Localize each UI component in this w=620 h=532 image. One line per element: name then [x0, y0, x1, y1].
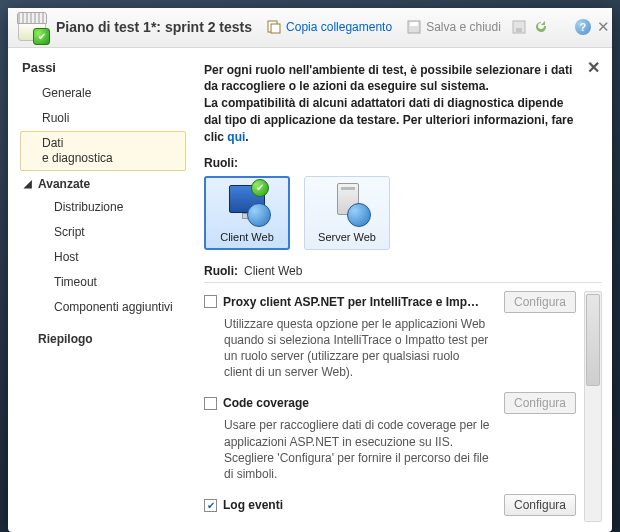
more-info-link[interactable]: qui: [227, 130, 245, 144]
save-close-icon: [406, 19, 422, 35]
refresh-icon-button[interactable]: [533, 19, 549, 35]
sidebar-subgroup-avanzate: Distribuzione Script Host Timeout Compon…: [20, 195, 186, 320]
adapter-left: Code coverage: [204, 396, 496, 410]
dialog-window: Piano di test 1*: sprint 2 tests Copia c…: [8, 8, 612, 532]
sidebar-item-script[interactable]: Script: [20, 220, 186, 245]
vertical-scrollbar[interactable]: [584, 291, 602, 522]
adapter-checkbox[interactable]: ✔: [204, 499, 217, 512]
save-icon-button[interactable]: [511, 19, 527, 35]
adapter-checkbox[interactable]: [204, 295, 217, 308]
adapter-title: Proxy client ASP.NET per IntelliTrace e …: [223, 295, 496, 309]
adapter-item: Code coverageConfiguraUsare per raccogli…: [204, 392, 576, 482]
adapter-description: Utilizzare questa opzione per acquisire …: [224, 519, 576, 522]
configure-button: Configura: [504, 291, 576, 313]
sidebar-item-distribuzione[interactable]: Distribuzione: [20, 195, 186, 220]
sidebar-item-riepilogo[interactable]: Riepilogo: [20, 326, 186, 350]
sidebar-item-componenti[interactable]: Componenti aggiuntivi: [20, 295, 186, 320]
window-close-button[interactable]: ✕: [597, 19, 610, 35]
adapter-list: Proxy client ASP.NET per IntelliTrace e …: [204, 291, 580, 522]
sidebar-heading: Passi: [20, 60, 186, 75]
configure-button: Configura: [504, 392, 576, 414]
copy-link-icon: [266, 19, 282, 35]
copy-link-button[interactable]: Copia collegamento: [262, 17, 396, 37]
svg-rect-5: [516, 28, 522, 32]
help-icon: ?: [575, 19, 591, 35]
role-section-value: Client Web: [244, 264, 302, 278]
close-icon: ✕: [597, 18, 610, 36]
roles-row: ✔ Client Web Server Web: [204, 176, 602, 250]
adapter-item: Proxy client ASP.NET per IntelliTrace e …: [204, 291, 576, 381]
svg-rect-1: [271, 24, 280, 33]
window-header: Piano di test 1*: sprint 2 tests Copia c…: [8, 8, 612, 48]
adapter-header-row: ✔Log eventiConfigura: [204, 494, 576, 516]
window-title: Piano di test 1*: sprint 2 tests: [56, 19, 252, 35]
intro-text: Per ogni ruolo nell'ambiente di test, è …: [204, 62, 574, 146]
adapter-item: ✔Log eventiConfiguraUtilizzare questa op…: [204, 494, 576, 522]
pane-close-button[interactable]: ✕: [587, 58, 600, 77]
expand-arrow-icon: ◢: [24, 178, 32, 189]
sidebar-item-timeout[interactable]: Timeout: [20, 270, 186, 295]
intro-line1: Per ogni ruolo nell'ambiente di test, è …: [204, 63, 572, 94]
role-label-client: Client Web: [209, 231, 285, 243]
configure-button[interactable]: Configura: [504, 494, 576, 516]
save-close-label: Salva e chiudi: [426, 20, 501, 34]
adapter-left: ✔Log eventi: [204, 498, 496, 512]
save-close-button[interactable]: Salva e chiudi: [402, 17, 505, 37]
steps-sidebar: Passi Generale Ruoli Dati e diagnostica …: [8, 48, 194, 532]
roles-label: Ruoli:: [204, 156, 602, 170]
sidebar-item-dati[interactable]: Dati e diagnostica: [20, 131, 186, 171]
intro-line2: La compatibilità di alcuni adattatori da…: [204, 96, 573, 144]
test-plan-icon: [18, 13, 46, 41]
help-button[interactable]: ?: [575, 19, 591, 35]
adapter-description: Utilizzare questa opzione per le applica…: [224, 316, 576, 381]
role-tile-server[interactable]: Server Web: [304, 176, 390, 250]
adapter-checkbox[interactable]: [204, 397, 217, 410]
sidebar-item-host[interactable]: Host: [20, 245, 186, 270]
window-body: Passi Generale Ruoli Dati e diagnostica …: [8, 48, 612, 532]
scrollbar-thumb[interactable]: [586, 294, 600, 386]
adapter-header-row: Code coverageConfigura: [204, 392, 576, 414]
sidebar-category-avanzate[interactable]: ◢ Avanzate: [20, 171, 186, 195]
adapter-title: Code coverage: [223, 396, 496, 410]
sidebar-item-ruoli[interactable]: Ruoli: [20, 106, 186, 131]
svg-rect-3: [410, 22, 418, 26]
adapter-header-row: Proxy client ASP.NET per IntelliTrace e …: [204, 291, 576, 313]
sidebar-category-label: Avanzate: [38, 177, 90, 191]
adapter-title: Log eventi: [223, 498, 496, 512]
content-pane: ✕ Per ogni ruolo nell'ambiente di test, …: [194, 48, 612, 532]
adapter-description: Usare per raccogliere dati di code cover…: [224, 417, 576, 482]
intro-period: .: [245, 130, 248, 144]
sidebar-item-generale[interactable]: Generale: [20, 81, 186, 106]
adapters-scroll: Proxy client ASP.NET per IntelliTrace e …: [204, 291, 602, 522]
copy-link-label: Copia collegamento: [286, 20, 392, 34]
server-web-icon: [323, 183, 371, 227]
role-label-server: Server Web: [309, 231, 385, 243]
sidebar-riepilogo-label: Riepilogo: [38, 332, 93, 346]
adapter-left: Proxy client ASP.NET per IntelliTrace e …: [204, 295, 496, 309]
client-web-icon: ✔: [223, 183, 271, 227]
role-section-header: Ruoli: Client Web: [204, 264, 602, 283]
role-section-label: Ruoli:: [204, 264, 238, 278]
role-tile-client[interactable]: ✔ Client Web: [204, 176, 290, 250]
